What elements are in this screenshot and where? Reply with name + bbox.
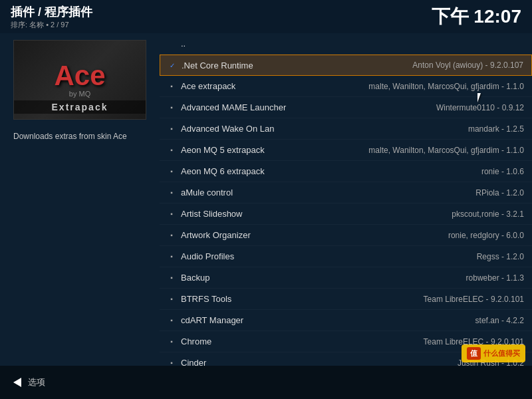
list-item[interactable]: ✓ .Net Core Runtime Anton Voyl (awiouy) … xyxy=(160,55,532,76)
item-author: robweber - 1.1.3 xyxy=(466,273,524,283)
square-icon: ▪ xyxy=(168,189,176,197)
item-left: ▪ Aeon MQ 5 extrapack xyxy=(168,145,265,155)
item-author: Wintermute0110 - 0.9.12 xyxy=(436,103,524,112)
options-icon xyxy=(11,376,24,389)
plugin-image: Ace by MQ Extrapack xyxy=(13,40,146,120)
square-icon: ▪ xyxy=(168,168,176,176)
item-author: pkscout,ronie - 3.2.1 xyxy=(452,209,524,219)
item-left: ▪ Ace extrapack xyxy=(168,81,235,91)
item-name: cdART Manager xyxy=(181,315,243,325)
item-name: .Net Core Runtime xyxy=(182,61,253,70)
footer: 选项 xyxy=(0,366,532,399)
item-name: Chrome xyxy=(181,336,211,346)
watermark-symbol: 值 xyxy=(467,347,481,360)
list-item[interactable]: ▪ Ace extrapack malte, Wanilton, MarcosQ… xyxy=(160,76,532,97)
ace-by: by MQ xyxy=(69,90,90,98)
list-item[interactable]: ▪ Artist Slideshow pkscout,ronie - 3.2.1 xyxy=(160,203,532,225)
list-item[interactable]: ▪ aMule control RPiola - 1.2.0 xyxy=(160,182,532,203)
item-name: Aeon MQ 5 extrapack xyxy=(181,145,265,155)
item-left: ▪ Advanced MAME Launcher xyxy=(168,102,286,112)
item-author: RPiola - 1.2.0 xyxy=(475,188,524,198)
list-item[interactable]: ▪ Backup robweber - 1.1.3 xyxy=(160,267,532,289)
header: 插件 / 程序插件 排序: 名称 • 2 / 97 下午 12:07 xyxy=(0,0,532,33)
extrapack-label: Extrapack xyxy=(14,100,146,114)
item-name: Artist Slideshow xyxy=(181,209,242,219)
item-name: Aeon MQ 6 extrapack xyxy=(181,166,265,176)
square-icon: ▪ xyxy=(168,82,176,90)
square-icon: ▪ xyxy=(168,317,176,325)
plugin-description: Downloads extras from skin Ace xyxy=(0,126,160,146)
item-left: ▪ Aeon MQ 6 extrapack xyxy=(168,166,265,176)
item-name: .. xyxy=(181,39,186,49)
square-icon: ▪ xyxy=(168,338,176,346)
item-name: Ace extrapack xyxy=(181,81,235,91)
list-item[interactable]: ▪ Aeon MQ 6 extrapack ronie - 1.0.6 xyxy=(160,161,532,182)
item-left: .. xyxy=(168,39,186,49)
list-item[interactable]: ▪ cdART Manager stef.an - 4.2.2 xyxy=(160,310,532,331)
square-icon: ▪ xyxy=(168,231,176,239)
watermark: 值 什么值得买 xyxy=(462,344,525,362)
list-item[interactable]: ▪ Advanced Wake On Lan mandark - 1.2.5 xyxy=(160,118,532,140)
left-panel: Ace by MQ Extrapack Downloads extras fro… xyxy=(0,33,160,366)
item-left: ▪ BTRFS Tools xyxy=(168,294,231,304)
item-left: ▪ Advanced Wake On Lan xyxy=(168,124,274,134)
square-icon: ▪ xyxy=(168,104,176,112)
options-button[interactable]: 选项 xyxy=(11,376,45,389)
plugin-list[interactable]: .. ✓ .Net Core Runtime Anton Voyl (awiou… xyxy=(160,33,532,366)
item-name: BTRFS Tools xyxy=(181,294,231,304)
item-author: ronie, redglory - 6.0.0 xyxy=(448,231,524,240)
item-name: Cinder xyxy=(181,358,206,366)
item-left: ▪ Artwork Organizer xyxy=(168,230,251,240)
item-left: ▪ aMule control xyxy=(168,188,233,198)
item-left: ▪ Artist Slideshow xyxy=(168,209,242,219)
list-item[interactable]: .. xyxy=(160,33,532,55)
square-icon: ▪ xyxy=(168,146,176,154)
item-author: ronie - 1.0.6 xyxy=(481,167,524,176)
item-author: Regss - 1.2.0 xyxy=(477,252,524,261)
list-item[interactable]: ▪ Audio Profiles Regss - 1.2.0 xyxy=(160,246,532,267)
item-name: Advanced MAME Launcher xyxy=(181,102,286,112)
square-icon: ▪ xyxy=(168,274,176,282)
item-left: ▪ Audio Profiles xyxy=(168,251,234,261)
clock: 下午 12:07 xyxy=(432,4,521,29)
square-icon: ▪ xyxy=(168,359,176,366)
item-left: ▪ Backup xyxy=(168,273,209,283)
item-left: ✓ .Net Core Runtime xyxy=(168,61,253,70)
item-author: Team LibreELEC - 9.2.0.101 xyxy=(424,295,524,304)
item-name: Artwork Organizer xyxy=(181,230,251,240)
item-author: mandark - 1.2.5 xyxy=(468,124,524,134)
options-label: 选项 xyxy=(28,376,45,388)
square-icon: ▪ xyxy=(168,253,176,261)
list-item[interactable]: ▪ Aeon MQ 5 extrapack malte, Wanilton, M… xyxy=(160,140,532,161)
item-left: ▪ Chrome xyxy=(168,336,211,346)
header-left: 插件 / 程序插件 排序: 名称 • 2 / 97 xyxy=(11,4,92,30)
item-name: Audio Profiles xyxy=(181,251,234,261)
page-title: 插件 / 程序插件 xyxy=(11,4,92,20)
none-icon xyxy=(168,40,176,48)
item-left: ▪ cdART Manager xyxy=(168,315,243,325)
list-item[interactable]: ▪ Artwork Organizer ronie, redglory - 6.… xyxy=(160,225,532,246)
item-name: aMule control xyxy=(181,188,233,198)
square-icon: ▪ xyxy=(168,210,176,218)
item-name: Advanced Wake On Lan xyxy=(181,124,274,134)
list-item[interactable]: ▪ BTRFS Tools Team LibreELEC - 9.2.0.101 xyxy=(160,289,532,310)
item-author: stef.an - 4.2.2 xyxy=(475,316,524,325)
item-name: Backup xyxy=(181,273,209,283)
item-author: malte, Wanilton, MarcosQui, gfjardim - 1… xyxy=(368,146,524,155)
item-left: ▪ Cinder xyxy=(168,358,206,366)
page-subtitle: 排序: 名称 • 2 / 97 xyxy=(11,20,92,30)
square-icon: ▪ xyxy=(168,125,176,133)
watermark-text: 什么值得买 xyxy=(483,348,520,358)
square-icon: ▪ xyxy=(168,295,176,303)
item-author: malte, Wanilton, MarcosQui, gfjardim - 1… xyxy=(368,82,524,91)
item-author: Anton Voyl (awiouy) - 9.2.0.107 xyxy=(412,61,523,70)
ace-logo: Ace xyxy=(54,62,105,90)
check-icon: ✓ xyxy=(168,61,176,69)
list-item[interactable]: ▪ Advanced MAME Launcher Wintermute0110 … xyxy=(160,97,532,118)
